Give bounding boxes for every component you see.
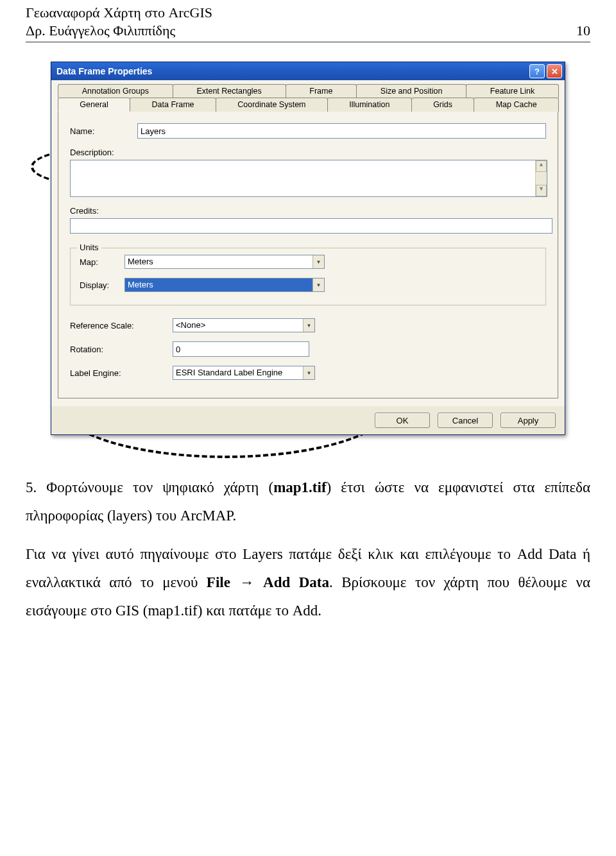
apply-button[interactable]: Apply (501, 413, 556, 428)
page-number: 10 (576, 22, 590, 39)
help-button[interactable]: ? (529, 64, 545, 78)
chevron-down-icon[interactable]: ▼ (312, 255, 324, 268)
reference-scale-label: Reference Scale: (70, 321, 173, 330)
units-fieldset: Units Map: Meters ▼ Display: Meters (70, 248, 546, 305)
reference-scale-combo[interactable]: <None> ▼ (173, 318, 315, 332)
display-units-label: Display: (80, 280, 124, 290)
credits-label: Credits: (70, 206, 137, 216)
tab-data-frame[interactable]: Data Frame (130, 98, 216, 112)
bold-map1tif: map1.tif (273, 479, 326, 495)
tab-general[interactable]: General (58, 98, 130, 112)
tab-annotation-groups[interactable]: Annotation Groups (58, 84, 173, 98)
tab-grids[interactable]: Grids (411, 98, 475, 112)
display-units-value: Meters (125, 278, 312, 291)
header-title-1: Γεωαναφορά Χάρτη στο ArcGIS (26, 4, 212, 22)
display-units-combo[interactable]: Meters ▼ (124, 278, 325, 292)
description-textarea[interactable]: ▲ ▼ (70, 160, 547, 197)
label-engine-value: ESRI Standard Label Engine (173, 366, 303, 379)
scroll-down-icon[interactable]: ▼ (536, 185, 547, 196)
tab-frame[interactable]: Frame (286, 84, 357, 98)
credits-input[interactable] (70, 218, 552, 234)
units-legend: Units (77, 243, 101, 252)
map-units-combo[interactable]: Meters ▼ (124, 255, 325, 269)
cancel-button[interactable]: Cancel (438, 413, 493, 428)
tab-extent-rectangles[interactable]: Extent Rectangles (173, 84, 286, 98)
page-header: Γεωαναφορά Χάρτη στο ArcGIS Δρ. Ευάγγελο… (26, 0, 590, 42)
tab-map-cache[interactable]: Map Cache (474, 98, 559, 112)
close-button[interactable]: ✕ (547, 64, 562, 78)
description-scrollbar[interactable]: ▲ ▼ (535, 160, 547, 196)
chevron-down-icon[interactable]: ▼ (303, 366, 314, 379)
bold-add-data: Add Data (263, 574, 329, 590)
titlebar: Data Frame Properties ? ✕ (51, 62, 565, 80)
body-paragraph: 5. Φορτώνουμε τον ψηφιακό χάρτη (map1.ti… (26, 474, 590, 624)
chevron-down-icon[interactable]: ▼ (303, 319, 314, 332)
map-units-label: Map: (80, 257, 124, 267)
tab-coordinate-system[interactable]: Coordinate System (216, 98, 328, 112)
ok-button[interactable]: OK (375, 413, 430, 428)
bold-file: File (207, 574, 230, 590)
rotation-input[interactable] (173, 341, 309, 357)
tab-size-and-position[interactable]: Size and Position (356, 84, 466, 98)
tab-feature-link[interactable]: Feature Link (466, 84, 559, 98)
description-label: Description: (70, 148, 137, 157)
dialog-button-bar: OK Cancel Apply (51, 406, 565, 434)
label-engine-combo[interactable]: ESRI Standard Label Engine ▼ (173, 366, 315, 380)
tab-illumination[interactable]: Illumination (327, 98, 412, 112)
arrow-icon: → (230, 574, 263, 590)
header-title-2: Δρ. Ευάγγελος Φιλιππίδης (26, 22, 212, 40)
general-tab-panel: Name: Description: ▲ ▼ Credits: (58, 111, 558, 398)
rotation-label: Rotation: (70, 345, 173, 354)
item-number: 5. (26, 479, 37, 495)
tab-strip: Annotation Groups Extent Rectangles Fram… (58, 80, 558, 112)
dialog-title: Data Frame Properties (56, 66, 152, 76)
data-frame-properties-dialog: Data Frame Properties ? ✕ Annotation Gro… (51, 62, 565, 435)
reference-scale-value: <None> (173, 319, 303, 332)
name-label: Name: (70, 126, 137, 136)
chevron-down-icon[interactable]: ▼ (312, 278, 324, 291)
text-part1: Φορτώνουμε τον ψηφιακό χάρτη ( (37, 479, 273, 495)
name-input[interactable] (137, 123, 546, 139)
scroll-up-icon[interactable]: ▲ (536, 160, 547, 172)
map-units-value: Meters (125, 255, 312, 268)
label-engine-label: Label Engine: (70, 368, 173, 378)
